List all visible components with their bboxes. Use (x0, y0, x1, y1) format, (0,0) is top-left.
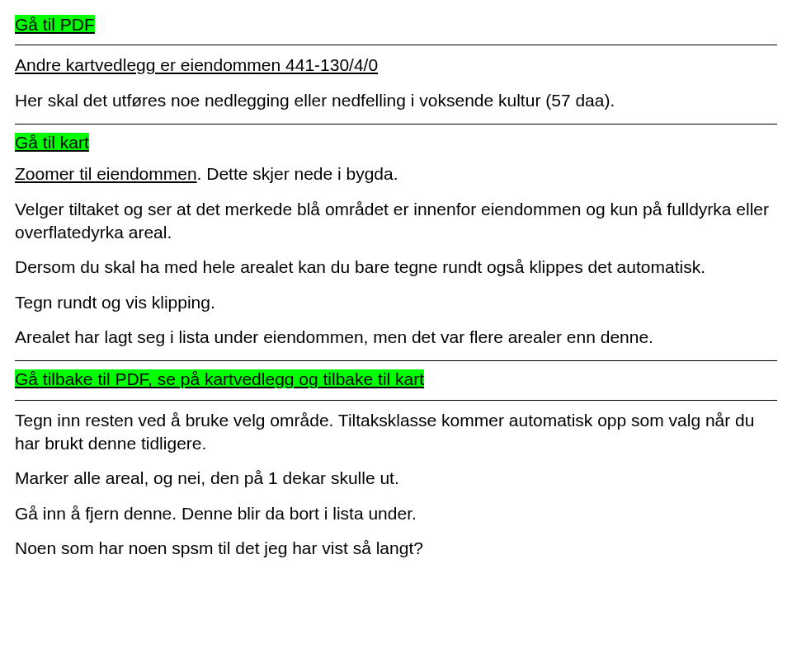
paragraph-intro: Her skal det utføres noe nedlegging elle… (15, 89, 777, 112)
document-page: Gå til PDF Andre kartvedlegg er eiendomm… (0, 0, 792, 672)
paragraph-tegn: Tegn rundt og vis klipping. (15, 291, 777, 314)
link-go-to-pdf-wrapper: Gå til PDF (15, 13, 777, 36)
link-back-wrapper: Gå tilbake til PDF, se på kartvedlegg og… (15, 368, 777, 391)
paragraph-arealet: Arealet har lagt seg i lista under eiend… (15, 326, 777, 349)
paragraph-zoom: Zoomer til eiendommen. Dette skjer nede … (15, 162, 777, 186)
zoom-rest: . Dette skjer nede i bygda. (197, 164, 398, 183)
paragraph-noen: Noen som har noen spsm til det jeg har v… (15, 537, 777, 560)
divider (15, 124, 777, 125)
divider (15, 400, 777, 401)
link-go-to-pdf[interactable]: Gå til PDF (15, 15, 95, 34)
paragraph-dersom: Dersom du skal ha med hele arealet kan d… (15, 256, 777, 279)
divider (15, 360, 777, 361)
paragraph-gaa-inn: Gå inn å fjern denne. Denne blir da bort… (15, 502, 777, 525)
paragraph-tegn-inn: Tegn inn resten ved å bruke velg område.… (15, 409, 777, 456)
link-go-to-map-wrapper: Gå til kart (15, 131, 777, 154)
link-go-to-map[interactable]: Gå til kart (15, 133, 89, 152)
heading-other-map-attachments: Andre kartvedlegg er eiendommen 441-130/… (15, 54, 777, 77)
divider (15, 45, 777, 45)
paragraph-velger: Velger tiltaket og ser at det merkede bl… (15, 198, 777, 245)
paragraph-marker: Marker alle areal, og nei, den på 1 deka… (15, 467, 777, 490)
heading-text: Andre kartvedlegg er eiendommen 441-130/… (15, 55, 378, 74)
link-back-to-pdf-map[interactable]: Gå tilbake til PDF, se på kartvedlegg og… (15, 369, 424, 388)
zoom-underlined: Zoomer til eiendommen (15, 164, 197, 183)
